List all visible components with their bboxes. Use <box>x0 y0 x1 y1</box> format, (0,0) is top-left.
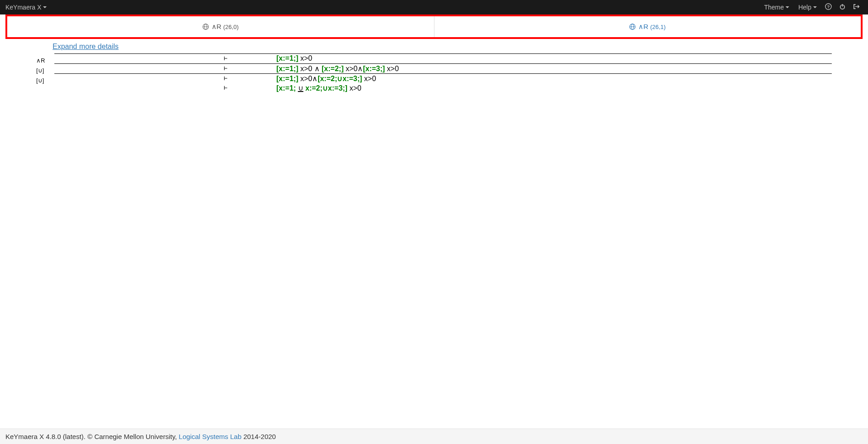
tab-label: ∧R (26,0) <box>212 23 239 31</box>
logout-icon[interactable] <box>850 3 863 11</box>
footer-app: KeYmaera X 4.8.0 (latest). <box>5 433 86 440</box>
content-area: Expand more details ∧R ⊢ [x:=1;] x>0 [∪]… <box>0 39 868 429</box>
footer-lab-link[interactable]: Logical Systems Lab <box>179 433 241 440</box>
proof-row: [∪] ⊢ [x:=1;] x>0 ∧ [x:=2;] x>0∧[x:=3;] … <box>36 63 832 73</box>
proof-table: ∧R ⊢ [x:=1;] x>0 [∪] ⊢ [x:=1;] x>0 ∧ [x:… <box>36 53 832 93</box>
turnstile: ⊢ <box>224 65 227 72</box>
navbar-right: Theme Help ? <box>761 3 863 11</box>
caret-down-icon <box>813 6 817 8</box>
brand-label: KeYmaera X <box>5 4 41 11</box>
sequent-line[interactable]: ⊢ [x:=1; ∪ x:=2;∪x:=3;] x>0 <box>54 83 832 93</box>
formula[interactable]: [x:=1; ∪ x:=2;∪x:=3;] x>0 <box>276 84 362 92</box>
rule-label: ∧R <box>36 53 54 63</box>
power-icon[interactable] <box>836 3 849 11</box>
theme-label: Theme <box>764 4 784 11</box>
svg-text:?: ? <box>827 5 830 9</box>
sequent-line[interactable]: ⊢ [x:=1;] x>0∧[x:=2;∪x:=3;] x>0 <box>54 73 832 83</box>
footer-years: 2014-2020 <box>241 433 276 440</box>
caret-down-icon <box>43 6 47 8</box>
question-icon[interactable]: ? <box>822 3 834 11</box>
formula[interactable]: [x:=1;] x>0∧[x:=2;∪x:=3;] x>0 <box>276 74 376 83</box>
footer-copyright: © Carnegie Mellon University, <box>86 433 179 440</box>
proof-row: ⊢ [x:=1; ∪ x:=2;∪x:=3;] x>0 <box>36 83 832 93</box>
tab-andr-1[interactable]: ∧R (26,1) <box>434 16 861 37</box>
turnstile: ⊢ <box>224 75 227 82</box>
tab-label: ∧R (26,1) <box>638 23 665 31</box>
proof-row: ∧R ⊢ [x:=1;] x>0 <box>36 53 832 63</box>
tab-andr-0[interactable]: ∧R (26,0) <box>7 16 434 37</box>
formula[interactable]: [x:=1;] x>0 <box>276 54 312 63</box>
help-label: Help <box>798 4 811 11</box>
caret-down-icon <box>786 6 789 8</box>
globe-icon <box>203 24 209 30</box>
expand-more-details-link[interactable]: Expand more details <box>53 43 119 51</box>
sequent-line[interactable]: ⊢ [x:=1;] x>0 <box>54 53 832 63</box>
navbar-left: KeYmaera X <box>5 4 47 11</box>
navbar: KeYmaera X Theme Help ? <box>0 0 868 14</box>
help-dropdown[interactable]: Help <box>795 4 820 11</box>
theme-dropdown[interactable]: Theme <box>761 4 793 11</box>
proof-row: [∪] ⊢ [x:=1;] x>0∧[x:=2;∪x:=3;] x>0 <box>36 73 832 83</box>
formula[interactable]: [x:=1;] x>0 ∧ [x:=2;] x>0∧[x:=3;] x>0 <box>276 64 399 73</box>
tabs-bar: ∧R (26,0) ∧R (26,1) <box>5 14 863 39</box>
turnstile: ⊢ <box>224 84 227 91</box>
rule-label: [∪] <box>36 63 54 73</box>
globe-icon <box>629 24 636 30</box>
rule-label: [∪] <box>36 73 54 83</box>
turnstile: ⊢ <box>224 55 227 62</box>
footer: KeYmaera X 4.8.0 (latest). © Carnegie Me… <box>0 429 868 444</box>
sequent-line[interactable]: ⊢ [x:=1;] x>0 ∧ [x:=2;] x>0∧[x:=3;] x>0 <box>54 63 832 73</box>
brand-dropdown[interactable]: KeYmaera X <box>5 4 47 11</box>
